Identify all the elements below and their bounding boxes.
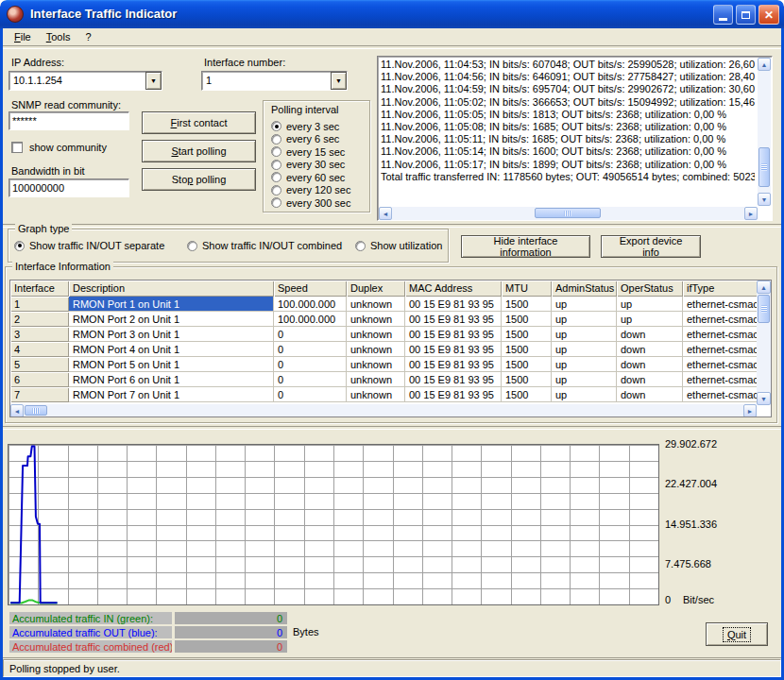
table-cell[interactable]: RMON Port 3 on Unit 1 (69, 327, 274, 342)
close-button[interactable]: ✕ (758, 5, 779, 25)
table-cell[interactable]: up (617, 312, 683, 327)
scroll-left-button[interactable]: ◄ (10, 404, 24, 417)
table-cell[interactable]: 1500 (502, 342, 552, 357)
menu-help[interactable]: ? (77, 30, 98, 43)
table-cell[interactable]: unknown (347, 297, 405, 312)
column-header-MTU[interactable]: MTU (502, 280, 552, 297)
table-cell[interactable]: up (617, 297, 683, 312)
table-hscrollbar[interactable]: ◄ ► (10, 404, 757, 417)
log-hscroll-thumb[interactable] (535, 208, 601, 218)
polling-option-every-120-sec[interactable]: every 120 sec (271, 184, 350, 197)
column-header-Interface[interactable]: Interface (10, 280, 69, 297)
traffic-log[interactable]: 11.Nov.2006, 11:04:53; IN bits/s: 607048… (377, 56, 773, 221)
table-cell[interactable]: 0 (274, 372, 347, 387)
table-cell[interactable]: RMON Port 6 on Unit 1 (69, 372, 274, 387)
graph-type-option-1[interactable]: Show traffic IN/OUT separate (14, 240, 164, 251)
table-cell[interactable]: RMON Port 5 on Unit 1 (69, 357, 274, 372)
polling-option-every-60-sec[interactable]: every 60 sec (271, 171, 350, 184)
table-cell[interactable]: ethernet-csmacd (683, 297, 758, 312)
table-cell[interactable]: unknown (347, 327, 405, 342)
table-cell[interactable]: unknown (347, 357, 405, 372)
scroll-right-button[interactable]: ► (743, 404, 757, 417)
table-cell[interactable]: RMON Port 2 on Unit 1 (69, 312, 274, 327)
table-vscrollbar[interactable]: ▲ ▼ (757, 280, 771, 405)
ip-dropdown-button[interactable]: ▼ (145, 72, 162, 90)
log-hscrollbar[interactable]: ◄ ► (379, 207, 758, 220)
polling-option-every-3-sec[interactable]: every 3 sec (271, 120, 350, 133)
table-cell[interactable]: up (552, 297, 617, 312)
polling-option-every-300-sec[interactable]: every 300 sec (271, 196, 350, 210)
table-cell[interactable]: 6 (10, 372, 69, 387)
table-cell[interactable]: 100.000.000 (274, 312, 347, 327)
scroll-down-button[interactable]: ▼ (757, 392, 771, 405)
table-cell[interactable]: ethernet-csmacd (683, 357, 758, 372)
menu-tools[interactable]: Tools (39, 30, 78, 43)
first-contact-button[interactable]: First contact (142, 111, 256, 134)
table-cell[interactable]: 1500 (502, 387, 552, 402)
table-cell[interactable]: 2 (10, 312, 69, 327)
hide-interface-info-button[interactable]: Hide interface information (461, 235, 590, 258)
table-cell[interactable]: RMON Port 4 on Unit 1 (69, 342, 274, 357)
table-cell[interactable]: unknown (347, 312, 405, 327)
table-cell[interactable]: 00 15 E9 81 93 95 (405, 297, 502, 312)
table-cell[interactable]: 4 (10, 342, 69, 357)
column-header-Duplex[interactable]: Duplex (347, 280, 405, 297)
table-cell[interactable]: up (552, 327, 617, 342)
scroll-up-button[interactable]: ▲ (757, 280, 771, 294)
table-cell[interactable]: 1 (10, 297, 69, 312)
table-cell[interactable]: 1500 (502, 297, 552, 312)
ip-address-combobox[interactable]: 10.1.1.254 ▼ (9, 71, 162, 91)
table-cell[interactable]: 3 (10, 327, 69, 342)
table-cell[interactable]: 00 15 E9 81 93 95 (405, 357, 502, 372)
scroll-up-button[interactable]: ▲ (758, 58, 771, 71)
ifnum-dropdown-button[interactable]: ▼ (331, 72, 347, 90)
column-header-OperStatus[interactable]: OperStatus (617, 280, 683, 297)
table-vscroll-thumb[interactable] (758, 295, 770, 323)
table-cell[interactable]: ethernet-csmacd (683, 372, 758, 387)
table-cell[interactable]: down (617, 342, 683, 357)
export-device-info-button[interactable]: Export device info (601, 235, 701, 258)
start-polling-button[interactable]: Start polling (142, 140, 256, 162)
column-header-MAC Address[interactable]: MAC Address (405, 280, 502, 297)
column-header-AdminStatus[interactable]: AdminStatus (552, 280, 617, 297)
polling-option-every-30-sec[interactable]: every 30 sec (271, 159, 350, 172)
table-cell[interactable]: up (552, 357, 617, 372)
interface-table[interactable]: InterfaceDescriptionSpeedDuplexMAC Addre… (9, 280, 772, 417)
table-cell[interactable]: unknown (347, 387, 405, 402)
table-cell[interactable]: unknown (347, 372, 405, 387)
title-bar[interactable]: Interface Traffic Indicator ✕ (0, 0, 784, 28)
minimize-button[interactable] (713, 5, 733, 25)
table-cell[interactable]: up (552, 312, 617, 327)
table-cell[interactable]: ethernet-csmacd (683, 342, 758, 357)
table-cell[interactable]: 00 15 E9 81 93 95 (405, 387, 502, 402)
table-cell[interactable]: up (552, 387, 617, 402)
table-cell[interactable]: 0 (274, 357, 347, 372)
table-cell[interactable]: 1500 (502, 312, 552, 327)
table-cell[interactable]: ethernet-csmacd (683, 327, 758, 342)
table-cell[interactable]: down (617, 372, 683, 387)
table-cell[interactable]: 00 15 E9 81 93 95 (405, 372, 502, 387)
table-cell[interactable]: RMON Port 7 on Unit 1 (69, 387, 274, 402)
table-cell[interactable]: 1500 (502, 372, 552, 387)
table-cell[interactable]: up (552, 372, 617, 387)
table-cell[interactable]: ethernet-csmacd (683, 387, 758, 402)
table-cell[interactable]: 00 15 E9 81 93 95 (405, 342, 502, 357)
polling-option-every-15-sec[interactable]: every 15 sec (271, 145, 350, 159)
table-cell[interactable]: 5 (10, 357, 69, 372)
column-header-Speed[interactable]: Speed (274, 280, 347, 297)
table-hscroll-thumb[interactable] (25, 405, 47, 416)
table-cell[interactable]: 0 (274, 327, 347, 342)
scroll-left-button[interactable]: ◄ (379, 207, 392, 220)
scroll-down-button[interactable]: ▼ (758, 193, 771, 206)
bandwidth-input[interactable] (9, 179, 128, 196)
table-cell[interactable]: 100.000.000 (274, 297, 347, 312)
table-cell[interactable]: 00 15 E9 81 93 95 (405, 327, 502, 342)
maximize-button[interactable] (736, 5, 756, 25)
scroll-right-button[interactable]: ► (744, 207, 758, 220)
table-cell[interactable]: 0 (274, 387, 347, 402)
table-cell[interactable]: 1500 (502, 357, 552, 372)
stop-polling-button[interactable]: Stop polling (142, 168, 256, 191)
table-cell[interactable]: 7 (10, 387, 69, 402)
column-header-Description[interactable]: Description (69, 280, 274, 297)
table-cell[interactable]: 0 (274, 342, 347, 357)
